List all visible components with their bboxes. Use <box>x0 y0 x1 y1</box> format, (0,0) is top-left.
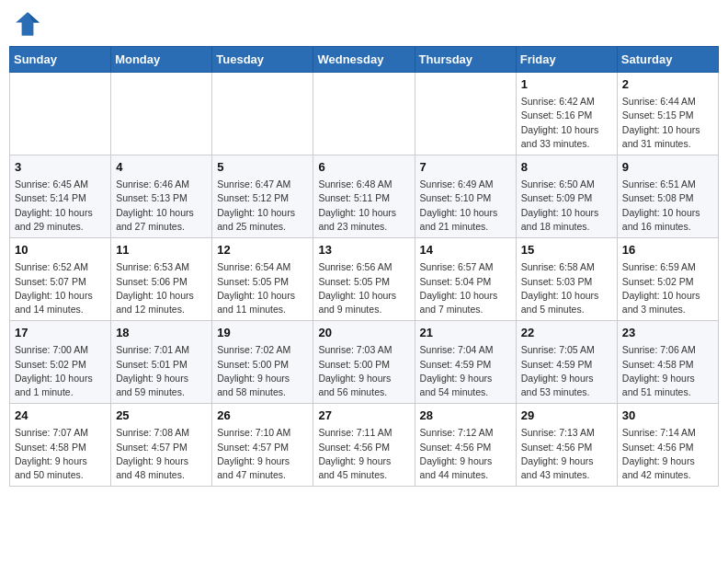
calendar-week-2: 3Sunrise: 6:45 AMSunset: 5:14 PMDaylight… <box>10 155 719 238</box>
calendar-cell <box>212 73 313 155</box>
day-number: 6 <box>318 159 409 176</box>
calendar-cell: 10Sunrise: 6:52 AMSunset: 5:07 PMDayligh… <box>10 238 111 321</box>
day-number: 16 <box>622 242 713 259</box>
day-number: 12 <box>217 242 308 259</box>
day-number: 18 <box>116 325 207 341</box>
logo <box>13 9 46 39</box>
day-number: 5 <box>217 159 308 176</box>
day-info: Sunrise: 7:14 AMSunset: 4:56 PMDaylight:… <box>622 426 713 482</box>
calendar-cell <box>10 73 111 155</box>
day-info: Sunrise: 7:05 AMSunset: 4:59 PMDaylight:… <box>521 343 612 399</box>
calendar-cell: 22Sunrise: 7:05 AMSunset: 4:59 PMDayligh… <box>516 321 617 404</box>
day-info: Sunrise: 6:46 AMSunset: 5:13 PMDaylight:… <box>116 178 207 234</box>
day-info: Sunrise: 7:10 AMSunset: 4:57 PMDaylight:… <box>217 426 308 482</box>
day-number: 1 <box>521 76 612 93</box>
calendar-cell: 5Sunrise: 6:47 AMSunset: 5:12 PMDaylight… <box>212 155 313 238</box>
calendar-week-4: 17Sunrise: 7:00 AMSunset: 5:02 PMDayligh… <box>10 321 719 404</box>
calendar-cell: 19Sunrise: 7:02 AMSunset: 5:00 PMDayligh… <box>212 321 313 404</box>
day-info: Sunrise: 6:44 AMSunset: 5:15 PMDaylight:… <box>622 95 713 151</box>
calendar-cell: 15Sunrise: 6:58 AMSunset: 5:03 PMDayligh… <box>516 238 617 321</box>
day-number: 19 <box>217 325 308 341</box>
calendar-cell: 6Sunrise: 6:48 AMSunset: 5:11 PMDaylight… <box>313 155 415 238</box>
calendar-col-tuesday: Tuesday <box>212 47 313 73</box>
day-info: Sunrise: 6:56 AMSunset: 5:05 PMDaylight:… <box>318 260 409 316</box>
day-info: Sunrise: 6:52 AMSunset: 5:07 PMDaylight:… <box>15 260 106 316</box>
calendar-week-1: 1Sunrise: 6:42 AMSunset: 5:16 PMDaylight… <box>10 73 719 155</box>
day-info: Sunrise: 6:45 AMSunset: 5:14 PMDaylight:… <box>15 178 106 234</box>
calendar-cell: 23Sunrise: 7:06 AMSunset: 4:58 PMDayligh… <box>617 321 718 404</box>
day-info: Sunrise: 6:49 AMSunset: 5:10 PMDaylight:… <box>420 178 511 234</box>
calendar-cell: 3Sunrise: 6:45 AMSunset: 5:14 PMDaylight… <box>10 155 111 238</box>
day-number: 4 <box>116 159 207 176</box>
calendar-cell: 24Sunrise: 7:07 AMSunset: 4:58 PMDayligh… <box>10 404 111 487</box>
day-info: Sunrise: 7:04 AMSunset: 4:59 PMDaylight:… <box>420 343 511 399</box>
calendar-cell: 13Sunrise: 6:56 AMSunset: 5:05 PMDayligh… <box>313 238 415 321</box>
day-info: Sunrise: 6:42 AMSunset: 5:16 PMDaylight:… <box>521 95 612 151</box>
calendar-col-wednesday: Wednesday <box>313 47 415 73</box>
logo-icon <box>13 9 42 39</box>
calendar-cell: 14Sunrise: 6:57 AMSunset: 5:04 PMDayligh… <box>415 238 516 321</box>
day-info: Sunrise: 7:11 AMSunset: 4:56 PMDaylight:… <box>318 426 409 482</box>
day-number: 22 <box>521 325 612 341</box>
day-info: Sunrise: 7:06 AMSunset: 4:58 PMDaylight:… <box>622 343 713 399</box>
day-number: 10 <box>15 242 106 259</box>
calendar-cell: 9Sunrise: 6:51 AMSunset: 5:08 PMDaylight… <box>617 155 718 238</box>
day-number: 28 <box>420 408 511 424</box>
svg-marker-0 <box>16 12 40 36</box>
calendar-cell <box>313 73 415 155</box>
calendar-cell <box>111 73 212 155</box>
day-info: Sunrise: 6:50 AMSunset: 5:09 PMDaylight:… <box>521 178 612 234</box>
calendar-col-thursday: Thursday <box>415 47 516 73</box>
calendar-cell: 16Sunrise: 6:59 AMSunset: 5:02 PMDayligh… <box>617 238 718 321</box>
calendar-cell: 21Sunrise: 7:04 AMSunset: 4:59 PMDayligh… <box>415 321 516 404</box>
calendar-col-sunday: Sunday <box>10 47 111 73</box>
calendar-cell: 4Sunrise: 6:46 AMSunset: 5:13 PMDaylight… <box>111 155 212 238</box>
day-number: 29 <box>521 408 612 424</box>
calendar-week-3: 10Sunrise: 6:52 AMSunset: 5:07 PMDayligh… <box>10 238 719 321</box>
calendar-cell: 2Sunrise: 6:44 AMSunset: 5:15 PMDaylight… <box>617 73 718 155</box>
day-info: Sunrise: 7:07 AMSunset: 4:58 PMDaylight:… <box>15 426 106 482</box>
day-info: Sunrise: 7:13 AMSunset: 4:56 PMDaylight:… <box>521 426 612 482</box>
day-info: Sunrise: 6:54 AMSunset: 5:05 PMDaylight:… <box>217 260 308 316</box>
calendar-cell: 26Sunrise: 7:10 AMSunset: 4:57 PMDayligh… <box>212 404 313 487</box>
calendar-cell: 25Sunrise: 7:08 AMSunset: 4:57 PMDayligh… <box>111 404 212 487</box>
day-number: 17 <box>15 325 106 341</box>
day-number: 9 <box>622 159 713 176</box>
calendar-col-friday: Friday <box>516 47 617 73</box>
day-number: 13 <box>318 242 409 259</box>
calendar-col-monday: Monday <box>111 47 212 73</box>
calendar-cell: 20Sunrise: 7:03 AMSunset: 5:00 PMDayligh… <box>313 321 415 404</box>
calendar-table: SundayMondayTuesdayWednesdayThursdayFrid… <box>9 46 719 487</box>
calendar-week-5: 24Sunrise: 7:07 AMSunset: 4:58 PMDayligh… <box>10 404 719 487</box>
calendar-header-row: SundayMondayTuesdayWednesdayThursdayFrid… <box>10 47 719 73</box>
day-info: Sunrise: 6:57 AMSunset: 5:04 PMDaylight:… <box>420 260 511 316</box>
day-number: 8 <box>521 159 612 176</box>
day-info: Sunrise: 6:58 AMSunset: 5:03 PMDaylight:… <box>521 260 612 316</box>
day-number: 25 <box>116 408 207 424</box>
calendar-cell: 7Sunrise: 6:49 AMSunset: 5:10 PMDaylight… <box>415 155 516 238</box>
day-number: 11 <box>116 242 207 259</box>
calendar-cell: 29Sunrise: 7:13 AMSunset: 4:56 PMDayligh… <box>516 404 617 487</box>
calendar-cell: 18Sunrise: 7:01 AMSunset: 5:01 PMDayligh… <box>111 321 212 404</box>
calendar-cell: 11Sunrise: 6:53 AMSunset: 5:06 PMDayligh… <box>111 238 212 321</box>
day-number: 27 <box>318 408 409 424</box>
day-number: 30 <box>622 408 713 424</box>
day-number: 21 <box>420 325 511 341</box>
day-number: 20 <box>318 325 409 341</box>
day-info: Sunrise: 7:02 AMSunset: 5:00 PMDaylight:… <box>217 343 308 399</box>
day-info: Sunrise: 7:03 AMSunset: 5:00 PMDaylight:… <box>318 343 409 399</box>
day-number: 3 <box>15 159 106 176</box>
calendar-cell: 12Sunrise: 6:54 AMSunset: 5:05 PMDayligh… <box>212 238 313 321</box>
calendar-cell: 27Sunrise: 7:11 AMSunset: 4:56 PMDayligh… <box>313 404 415 487</box>
day-number: 24 <box>15 408 106 424</box>
day-number: 7 <box>420 159 511 176</box>
calendar-cell: 30Sunrise: 7:14 AMSunset: 4:56 PMDayligh… <box>617 404 718 487</box>
calendar-cell: 8Sunrise: 6:50 AMSunset: 5:09 PMDaylight… <box>516 155 617 238</box>
day-info: Sunrise: 6:48 AMSunset: 5:11 PMDaylight:… <box>318 178 409 234</box>
day-number: 23 <box>622 325 713 341</box>
day-number: 14 <box>420 242 511 259</box>
day-info: Sunrise: 7:01 AMSunset: 5:01 PMDaylight:… <box>116 343 207 399</box>
day-number: 26 <box>217 408 308 424</box>
calendar-col-saturday: Saturday <box>617 47 718 73</box>
day-info: Sunrise: 6:47 AMSunset: 5:12 PMDaylight:… <box>217 178 308 234</box>
